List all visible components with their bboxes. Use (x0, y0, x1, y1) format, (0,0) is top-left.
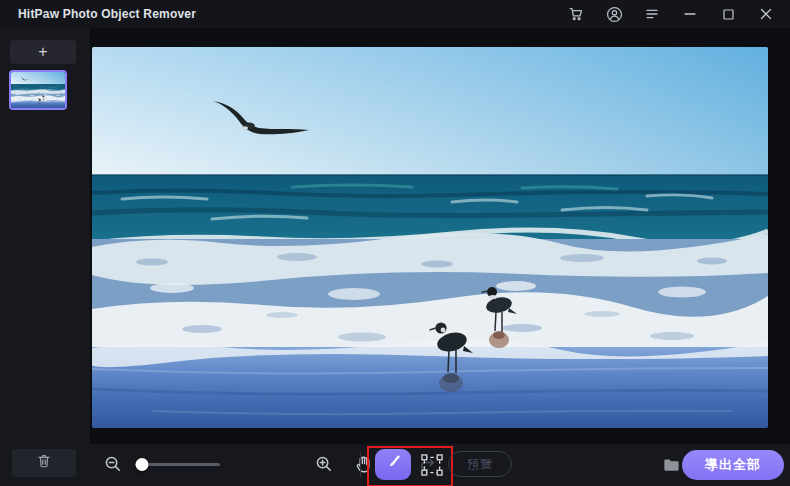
menu-icon[interactable] (640, 2, 664, 26)
app-window: HitPaw Photo Object Remover (0, 0, 790, 486)
trash-icon (35, 452, 53, 474)
open-folder-icon[interactable] (659, 453, 683, 477)
photo-beach-seagulls[interactable] (92, 47, 768, 428)
app-title: HitPaw Photo Object Remover (18, 7, 196, 21)
preview-button[interactable]: 預覽 (448, 451, 512, 477)
brush-icon (383, 453, 403, 477)
toolbar-divider (360, 453, 361, 477)
delete-button[interactable] (12, 449, 76, 477)
hand-tool-icon[interactable] (352, 453, 374, 475)
zoom-slider[interactable] (135, 455, 220, 473)
brush-tool-button-active[interactable] (375, 449, 411, 480)
add-image-button[interactable]: + (10, 40, 76, 64)
zoom-out-icon[interactable] (102, 453, 124, 475)
editor-canvas (90, 28, 790, 444)
zoom-in-icon[interactable] (313, 453, 335, 475)
account-icon[interactable] (602, 2, 626, 26)
photo-thumbnail-selected[interactable] (9, 70, 67, 110)
titlebar-actions (564, 0, 784, 28)
titlebar: HitPaw Photo Object Remover (0, 0, 790, 28)
minimize-icon[interactable] (678, 2, 702, 26)
export-all-button[interactable]: 導出全部 (682, 450, 784, 480)
maximize-icon[interactable] (716, 2, 740, 26)
close-icon[interactable] (754, 2, 778, 26)
zoom-slider-knob[interactable] (135, 458, 148, 471)
sidebar: + (0, 28, 90, 486)
bottom-toolbar: 預覽 導出全部 (90, 444, 790, 486)
cart-icon[interactable] (564, 2, 588, 26)
marquee-select-tool-button[interactable] (419, 452, 445, 478)
